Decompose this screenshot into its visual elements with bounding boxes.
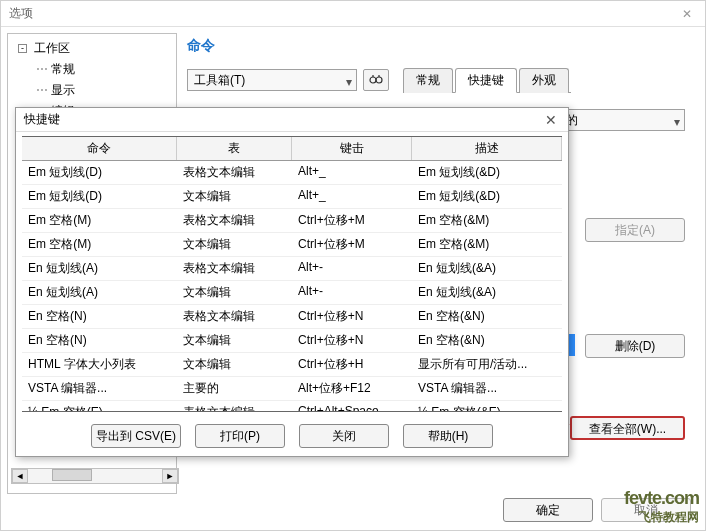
- cell: 文本编辑: [177, 185, 292, 208]
- close-button[interactable]: 关闭: [299, 424, 389, 448]
- table-row[interactable]: Em 空格(M)表格文本编辑Ctrl+位移+MEm 空格(&M): [22, 209, 562, 233]
- cell: En 空格(&N): [412, 305, 562, 328]
- cell: 主要的: [177, 377, 292, 400]
- table-row[interactable]: En 空格(N)文本编辑Ctrl+位移+NEn 空格(&N): [22, 329, 562, 353]
- scroll-thumb[interactable]: [52, 469, 92, 481]
- cell: En 短划线(A): [22, 257, 177, 280]
- cell: Alt+_: [292, 161, 412, 184]
- binoculars-icon[interactable]: [363, 69, 389, 91]
- grid-header: 命令 表 键击 描述: [22, 137, 562, 161]
- cell: Em 短划线(&D): [412, 161, 562, 184]
- cell: Alt+位移+F12: [292, 377, 412, 400]
- cell: 表格文本编辑: [177, 257, 292, 280]
- cell: Em 短划线(D): [22, 185, 177, 208]
- tree-item[interactable]: 常规: [30, 59, 172, 80]
- cell: Em 空格(&M): [412, 233, 562, 256]
- cell: 表格文本编辑: [177, 401, 292, 411]
- shortcuts-dialog: 快捷键 ✕ 命令 表 键击 描述 Em 短划线(D)表格文本编辑Alt+_Em …: [15, 107, 569, 457]
- ok-button[interactable]: 确定: [503, 498, 593, 522]
- cell: En 短划线(&A): [412, 257, 562, 280]
- cell: Alt+-: [292, 281, 412, 304]
- cell: Alt+-: [292, 257, 412, 280]
- cell: 文本编辑: [177, 353, 292, 376]
- svg-point-1: [376, 77, 382, 83]
- cell: Ctrl+位移+H: [292, 353, 412, 376]
- cell: VSTA 编辑器...: [412, 377, 562, 400]
- cell: 显示所有可用/活动...: [412, 353, 562, 376]
- tab-appearance[interactable]: 外观: [519, 68, 569, 93]
- cell: En 短划线(A): [22, 281, 177, 304]
- cell: Ctrl+位移+N: [292, 305, 412, 328]
- dialog-close-icon[interactable]: ✕: [542, 111, 560, 129]
- tab-shortcuts[interactable]: 快捷键: [455, 68, 517, 93]
- view-all-button[interactable]: 查看全部(W)...: [570, 416, 685, 440]
- cell: Em 短划线(&D): [412, 185, 562, 208]
- col-table[interactable]: 表: [177, 137, 292, 160]
- cell: Em 短划线(D): [22, 161, 177, 184]
- cell: ¼ Em 空格(&E): [412, 401, 562, 411]
- delete-button[interactable]: 删除(D): [585, 334, 685, 358]
- svg-point-0: [370, 77, 376, 83]
- watermark-url: fevte.com: [624, 488, 699, 509]
- cell: 文本编辑: [177, 281, 292, 304]
- dialog-title: 快捷键: [24, 111, 542, 128]
- tree-root-label: 工作区: [34, 41, 70, 55]
- cell: En 短划线(&A): [412, 281, 562, 304]
- table-row[interactable]: En 短划线(A)文本编辑Alt+-En 短划线(&A): [22, 281, 562, 305]
- table-row[interactable]: HTML 字体大小列表文本编辑Ctrl+位移+H显示所有可用/活动...: [22, 353, 562, 377]
- window-title: 选项: [9, 5, 677, 22]
- tree-root[interactable]: - 工作区: [12, 38, 172, 59]
- cell: ¼ Em 空格(E): [22, 401, 177, 411]
- tab-general[interactable]: 常规: [403, 68, 453, 93]
- scroll-right-icon[interactable]: ►: [162, 469, 178, 483]
- cell: HTML 字体大小列表: [22, 353, 177, 376]
- cell: Em 空格(M): [22, 233, 177, 256]
- watermark-text: 飞特教程网: [624, 509, 699, 526]
- page-title: 命令: [187, 37, 693, 55]
- cell: Em 空格(M): [22, 209, 177, 232]
- cell: Ctrl+Alt+Space: [292, 401, 412, 411]
- watermark: fevte.com 飞特教程网: [624, 488, 699, 526]
- col-command[interactable]: 命令: [22, 137, 177, 160]
- export-csv-button[interactable]: 导出到 CSV(E): [91, 424, 181, 448]
- cell: 表格文本编辑: [177, 209, 292, 232]
- print-button[interactable]: 打印(P): [195, 424, 285, 448]
- tree-hscrollbar[interactable]: ◄ ►: [11, 468, 179, 484]
- collapse-icon[interactable]: -: [18, 44, 27, 53]
- shortcuts-grid[interactable]: 命令 表 键击 描述 Em 短划线(D)表格文本编辑Alt+_Em 短划线(&D…: [22, 136, 562, 412]
- scroll-left-icon[interactable]: ◄: [12, 469, 28, 483]
- table-row[interactable]: Em 短划线(D)表格文本编辑Alt+_Em 短划线(&D): [22, 161, 562, 185]
- cell: En 空格(N): [22, 305, 177, 328]
- help-button[interactable]: 帮助(H): [403, 424, 493, 448]
- cell: Alt+_: [292, 185, 412, 208]
- tree-item[interactable]: 显示: [30, 80, 172, 101]
- cell: 文本编辑: [177, 233, 292, 256]
- col-description[interactable]: 描述: [412, 137, 562, 160]
- close-icon[interactable]: ✕: [677, 4, 697, 24]
- table-row[interactable]: ¼ Em 空格(E)表格文本编辑Ctrl+Alt+Space¼ Em 空格(&E…: [22, 401, 562, 411]
- cell: 表格文本编辑: [177, 305, 292, 328]
- cell: En 空格(N): [22, 329, 177, 352]
- col-keystroke[interactable]: 键击: [292, 137, 412, 160]
- table-row[interactable]: Em 短划线(D)文本编辑Alt+_Em 短划线(&D): [22, 185, 562, 209]
- cell: Ctrl+位移+M: [292, 233, 412, 256]
- table-row[interactable]: En 短划线(A)表格文本编辑Alt+-En 短划线(&A): [22, 257, 562, 281]
- toolbox-combo[interactable]: 工具箱(T): [187, 69, 357, 91]
- cell: Ctrl+位移+N: [292, 329, 412, 352]
- cell: En 空格(&N): [412, 329, 562, 352]
- table-row[interactable]: Em 空格(M)文本编辑Ctrl+位移+MEm 空格(&M): [22, 233, 562, 257]
- assign-button[interactable]: 指定(A): [585, 218, 685, 242]
- cell: 文本编辑: [177, 329, 292, 352]
- cell: VSTA 编辑器...: [22, 377, 177, 400]
- table-row[interactable]: VSTA 编辑器...主要的Alt+位移+F12VSTA 编辑器...: [22, 377, 562, 401]
- cell: Em 空格(&M): [412, 209, 562, 232]
- table-row[interactable]: En 空格(N)表格文本编辑Ctrl+位移+NEn 空格(&N): [22, 305, 562, 329]
- cell: Ctrl+位移+M: [292, 209, 412, 232]
- tabset: 常规 快捷键 外观: [403, 67, 571, 93]
- cell: 表格文本编辑: [177, 161, 292, 184]
